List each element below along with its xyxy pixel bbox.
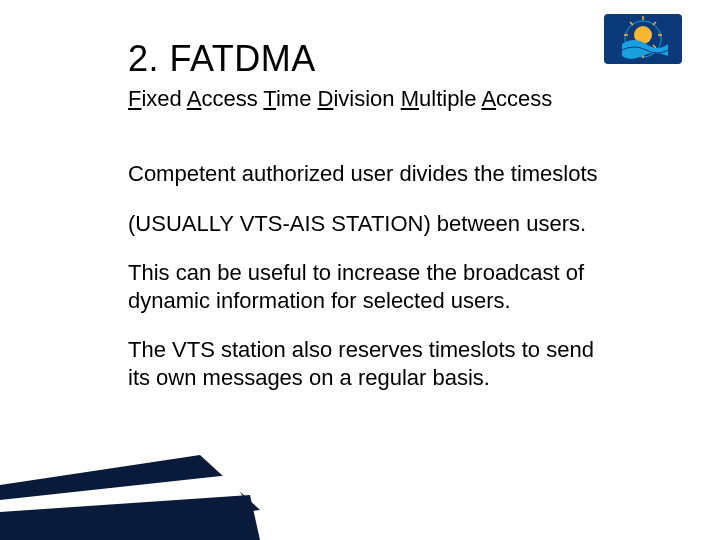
paragraph: Competent authorized user divides the ti… [128,160,618,188]
subtitle-letter: A [187,86,202,111]
paragraph: The VTS station also reserves timeslots … [128,336,618,391]
corner-decoration [0,450,260,540]
subtitle-letter: M [401,86,419,111]
subtitle-text: ultiple [419,86,481,111]
paragraph: (USUALLY VTS-AIS STATION) between users. [128,210,618,238]
slide-content: 2. FATDMA Fixed Access Time Division Mul… [128,38,618,413]
subtitle-text: ccess [201,86,263,111]
slide-subtitle: Fixed Access Time Division Multiple Acce… [128,86,618,112]
subtitle-text: ccess [496,86,552,111]
subtitle-letter: A [481,86,496,111]
subtitle-text: ime [276,86,318,111]
subtitle-letter: T [263,86,276,111]
slide-title: 2. FATDMA [128,38,618,80]
paragraph: This can be useful to increase the broad… [128,259,618,314]
subtitle-letter: F [128,86,141,111]
subtitle-text: ivision [333,86,400,111]
subtitle-letter: D [318,86,334,111]
subtitle-text: ixed [141,86,186,111]
